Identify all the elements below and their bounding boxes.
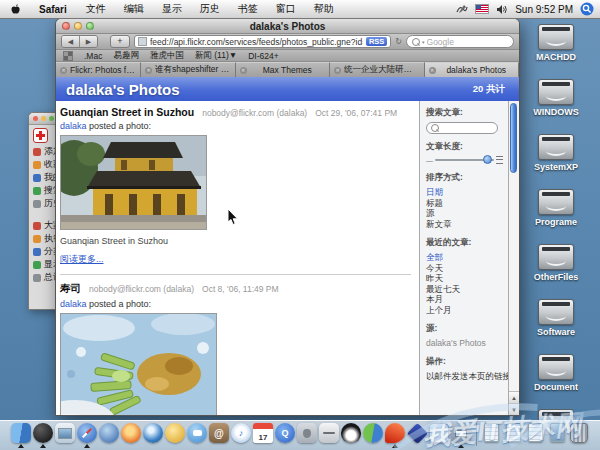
poster-link[interactable]: dalaka: [60, 121, 87, 131]
add-bookmark-button[interactable]: +: [110, 35, 130, 48]
gold-app-icon[interactable]: [165, 423, 186, 448]
menu-item[interactable]: 帮助: [305, 2, 343, 16]
printer-icon[interactable]: [451, 423, 472, 448]
itunes-icon[interactable]: ♪: [231, 423, 252, 448]
apple-gray-icon[interactable]: [297, 423, 318, 448]
article-title[interactable]: Guanqian Street in Suzhou: [60, 106, 194, 118]
article-photo-sushi[interactable]: [60, 313, 217, 415]
article-title[interactable]: 寿司: [60, 282, 81, 296]
slider-knob[interactable]: [483, 155, 492, 164]
ical-icon[interactable]: 17: [253, 423, 274, 448]
preview-icon[interactable]: [55, 423, 76, 448]
apple-menu-icon[interactable]: [10, 4, 21, 15]
safari-icon[interactable]: [77, 423, 98, 448]
google-search-field[interactable]: ▾: [406, 35, 514, 48]
desktop-drive-icon[interactable]: OtherFiles: [524, 244, 588, 299]
browser-tab[interactable]: ✕ 统一企业大陆研究所长…: [330, 62, 425, 77]
menu-bar-clock[interactable]: Sun 9:52 PM: [515, 4, 573, 15]
add-plus-icon[interactable]: [33, 128, 48, 143]
window-titlebar[interactable]: dalaka's Photos: [56, 19, 519, 34]
article-search-field[interactable]: [426, 122, 498, 134]
desktop-drive-icon[interactable]: Document: [524, 354, 588, 409]
zoom-icon[interactable]: [49, 116, 54, 121]
desktop-drive-icon[interactable]: Software: [524, 299, 588, 354]
url-input[interactable]: [150, 37, 363, 47]
desktop-drive-icon[interactable]: MACHDD: [524, 24, 588, 79]
tab-close-icon[interactable]: ✕: [429, 67, 436, 74]
bookmark-item[interactable]: 易趣网: [113, 50, 139, 62]
msn-icon[interactable]: [363, 423, 384, 448]
rss-badge[interactable]: RSS: [366, 37, 387, 46]
menu-item[interactable]: 历史: [191, 2, 229, 16]
ink-pen-icon[interactable]: [456, 3, 468, 15]
menu-item[interactable]: 窗口: [267, 2, 305, 16]
browser-tab[interactable]: ✕ 谁有shapeshifter 2.4…: [141, 62, 236, 77]
ichat-icon[interactable]: [187, 423, 208, 448]
desktop-drive-icon[interactable]: SystemXP: [524, 134, 588, 189]
trash-icon[interactable]: [569, 423, 590, 448]
sort-option[interactable]: 新文章: [426, 219, 503, 230]
image-doc-icon[interactable]: [547, 423, 568, 448]
finder-icon[interactable]: [11, 423, 32, 448]
tab-close-icon[interactable]: ✕: [240, 67, 247, 74]
google-search-input[interactable]: [427, 37, 508, 47]
recent-filter-option[interactable]: 最近七天: [426, 284, 503, 295]
forward-button[interactable]: ▶: [79, 36, 97, 47]
spotlight-icon[interactable]: [580, 2, 594, 16]
qq-icon[interactable]: [341, 423, 362, 448]
sort-option[interactable]: 标题: [426, 198, 503, 209]
desktop-drive-icon[interactable]: Programe: [524, 189, 588, 244]
recent-filter-option[interactable]: 上个月: [426, 305, 503, 316]
sort-option[interactable]: 日期: [426, 187, 503, 198]
sort-option[interactable]: 源: [426, 208, 503, 219]
mail-doc-icon[interactable]: [429, 423, 450, 448]
recent-filter-option[interactable]: 今天: [426, 263, 503, 274]
search-options-caret-icon[interactable]: ▾: [422, 39, 425, 45]
mail-link-action[interactable]: 以邮件发送本页的链接: [426, 371, 503, 382]
emule-icon[interactable]: [407, 423, 428, 448]
address-bar[interactable]: RSS: [134, 35, 391, 48]
browser-tab[interactable]: ✕ Flickr: Photos from y…: [56, 62, 141, 77]
scrollbar-thumb[interactable]: [510, 103, 517, 173]
recent-filter-option[interactable]: 本月: [426, 294, 503, 305]
desktop-drive-icon[interactable]: WINDOWS: [524, 79, 588, 134]
bookmarks-grid-icon[interactable]: [63, 51, 73, 61]
toaster-icon[interactable]: [319, 423, 340, 448]
bookmark-item[interactable]: 雅虎中国: [150, 50, 184, 62]
vertical-scrollbar[interactable]: ▲ ▼: [508, 101, 519, 415]
recent-filter-option[interactable]: 昨天: [426, 273, 503, 284]
browser-tab[interactable]: ✕ dalaka's Photos: [425, 62, 520, 77]
tab-close-icon[interactable]: ✕: [145, 67, 152, 74]
scroll-up-icon[interactable]: ▲: [509, 391, 519, 403]
menu-item[interactable]: 书签: [229, 2, 267, 16]
scroll-down-icon[interactable]: ▼: [509, 403, 519, 415]
doc-icon[interactable]: [525, 423, 546, 448]
tab-close-icon[interactable]: ✕: [60, 67, 67, 74]
recent-filter-option[interactable]: 全部: [426, 252, 503, 263]
menu-item[interactable]: 显示: [153, 2, 191, 16]
bookmark-item[interactable]: 新闻 (11)▼: [195, 50, 237, 62]
quicktime-icon[interactable]: Q: [275, 423, 296, 448]
read-more-link[interactable]: 阅读更多...: [60, 253, 104, 266]
article-length-slider[interactable]: —: [426, 156, 503, 164]
doc-icon[interactable]: [503, 423, 524, 448]
front-row-icon[interactable]: [33, 423, 54, 448]
bookmark-item[interactable]: .Mac: [84, 51, 102, 61]
menu-item[interactable]: 编辑: [115, 2, 153, 16]
browser-tab[interactable]: ✕ Max Themes: [236, 62, 331, 77]
firefox-icon[interactable]: [121, 423, 142, 448]
input-language-flag-icon[interactable]: [475, 4, 489, 14]
globe-icon[interactable]: [99, 423, 120, 448]
volume-icon[interactable]: [496, 4, 508, 15]
minimize-icon[interactable]: [41, 116, 46, 121]
snapback-icon[interactable]: ↻: [395, 37, 402, 46]
back-button[interactable]: ◀: [62, 36, 79, 47]
article-photo-temple[interactable]: [60, 135, 207, 230]
poster-link[interactable]: dalaka: [60, 299, 87, 309]
bookmark-item[interactable]: DI-624+: [248, 51, 278, 61]
doc-icon[interactable]: [481, 423, 502, 448]
menu-safari[interactable]: Safari: [29, 4, 77, 15]
google-earth-icon[interactable]: [143, 423, 164, 448]
close-icon[interactable]: [33, 116, 38, 121]
dock-separator[interactable]: [473, 423, 480, 448]
